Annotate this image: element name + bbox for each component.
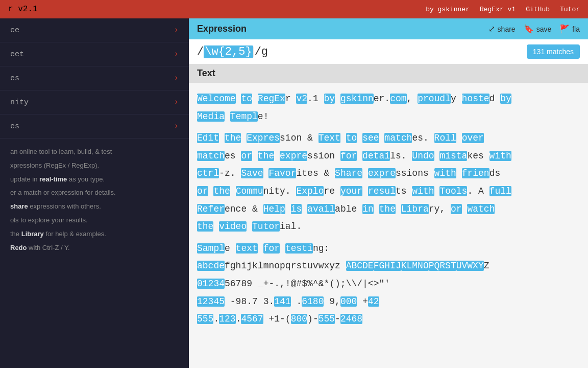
sidebar-item-label-4: es <box>10 122 19 131</box>
hl: gskinn <box>340 94 374 104</box>
hl: over <box>462 133 484 143</box>
topbar-version: r v2.1 <box>8 5 38 14</box>
hl: Commu <box>236 186 263 196</box>
hl: for <box>340 151 357 161</box>
desc-line-8: Redo with Ctrl-Z / Y. <box>10 243 179 254</box>
text-content-area[interactable]: Welcome to RegExr v2.1 by gskinner.com, … <box>189 83 588 368</box>
sidebar-item-label-0: ce <box>10 26 19 35</box>
hl: or <box>197 186 208 196</box>
hl: expre <box>368 168 396 178</box>
topbar-nav: by gskinner RegExr v1 GitHub Tutor <box>426 6 580 13</box>
hl: the <box>213 186 230 196</box>
sidebar-item-label-3: nity <box>10 98 29 107</box>
sidebar-item-3[interactable]: nity › <box>0 90 189 114</box>
desc-line-3: update in real-time as you type. <box>10 174 179 185</box>
hl: 42 <box>368 296 379 307</box>
hl: Share <box>335 168 362 178</box>
topbar-by: by gskinner <box>426 6 470 13</box>
hl: Roll <box>434 133 456 143</box>
hl: 123 <box>219 314 235 324</box>
text-para-2b: matches or the expression for details. U… <box>197 148 580 164</box>
sidebar-description: an online tool to learn, build, & test x… <box>0 139 189 264</box>
sidebar-item-1[interactable]: eet › <box>0 42 189 66</box>
hl: Text <box>318 133 340 143</box>
regex-suffix-slash: /g <box>255 45 268 58</box>
hl: 01234 <box>197 279 225 289</box>
hl: the <box>258 151 274 161</box>
hl: detai <box>362 151 390 161</box>
hl: with <box>434 168 456 178</box>
save-label: save <box>536 25 552 33</box>
hl: resul <box>368 186 396 196</box>
hl: 4567 <box>241 314 263 324</box>
sidebar-item-label-2: es <box>10 74 19 83</box>
save-button[interactable]: 🔖 save <box>524 24 552 34</box>
hl: expre <box>280 151 307 161</box>
hl: Favor <box>268 168 296 178</box>
hl: hoste <box>462 94 489 104</box>
hl: Expres <box>247 133 280 143</box>
hl: FGHIJ <box>374 261 401 271</box>
hl: frien <box>462 168 489 178</box>
text-header: Text <box>189 64 588 83</box>
hl: Media <box>197 111 225 122</box>
match-count-badge: 131 matches <box>527 44 580 59</box>
hl: Templ <box>230 111 258 122</box>
text-para-1: Welcome to RegExr v2.1 by gskinner.com, … <box>197 91 580 107</box>
hl: 555 <box>318 314 335 324</box>
flag-icon: 🚩 <box>559 24 570 34</box>
hl: PQRST <box>429 261 456 271</box>
topbar-regexr-v1[interactable]: RegExr v1 <box>480 6 516 13</box>
sidebar-item-0[interactable]: ce › <box>0 18 189 42</box>
hl: Save <box>241 168 263 178</box>
text-para-1b: Media Temple! <box>197 109 580 125</box>
hl: or <box>451 204 462 214</box>
chevron-icon-1: › <box>174 50 179 59</box>
sidebar-item-4[interactable]: es › <box>0 114 189 139</box>
hl: is <box>291 204 302 214</box>
hl: for <box>263 243 280 254</box>
hl: proudl <box>418 94 451 104</box>
hl: 141 <box>274 296 290 307</box>
hl: by <box>500 94 511 104</box>
hl: by <box>324 94 335 104</box>
bookmark-icon: 🔖 <box>524 24 534 34</box>
hl: Edit <box>197 133 219 143</box>
chevron-icon-3: › <box>174 98 179 107</box>
text-para-7: 555.123.4567 +1-(800)-555-2468 <box>197 311 580 327</box>
topbar-tutorial[interactable]: Tutor <box>560 6 580 13</box>
hl: with <box>412 186 434 196</box>
hl: the <box>225 133 241 143</box>
hl: match <box>384 133 412 143</box>
hl: in <box>362 204 374 214</box>
hl: UVWXY <box>456 261 484 271</box>
hl: Welcome <box>197 94 236 104</box>
hl: video <box>219 221 247 232</box>
hl: Sampl <box>197 243 225 254</box>
desc-line-6: ols to explore your results. <box>10 215 179 226</box>
expression-input-area[interactable]: /\w{2,5}/g 131 matches <box>189 39 588 64</box>
expression-actions: ⤢ share 🔖 save 🚩 fla <box>488 24 580 34</box>
sidebar-menu: ce › eet › es › nity › es › <box>0 18 189 139</box>
desc-line-1: an online tool to learn, build, & test <box>10 147 179 157</box>
text-para-5: 0123456789 _+-.,!@#$%^&*();\\/|<>"' <box>197 276 580 292</box>
desc-line-2: xpressions (RegEx / RegExp). <box>10 160 179 171</box>
hl: the <box>379 204 396 214</box>
text-cursor <box>254 47 254 57</box>
hl: the <box>197 221 213 232</box>
flag-label: fla <box>572 25 580 33</box>
hl: mista <box>439 151 467 161</box>
sidebar: ce › eet › es › nity › es › an online to… <box>0 18 189 368</box>
hl: Tutor <box>252 221 280 232</box>
share-button[interactable]: ⤢ share <box>488 24 516 34</box>
hl: Libra <box>401 204 429 214</box>
hl: RegEx <box>258 94 285 104</box>
text-para-2a: Edit the Expression & Text to see matche… <box>197 130 580 146</box>
desc-line-4: er a match or expression for details. <box>10 188 179 198</box>
topbar-github[interactable]: GitHub <box>526 6 550 13</box>
hl: to <box>346 133 357 143</box>
sidebar-item-2[interactable]: es › <box>0 66 189 90</box>
flag-button[interactable]: 🚩 fla <box>559 24 580 34</box>
share-label: share <box>498 25 516 33</box>
text-para-4: abcdefghijklmnopqrstuvwxyz ABCDEFGHIJKLM… <box>197 258 580 274</box>
